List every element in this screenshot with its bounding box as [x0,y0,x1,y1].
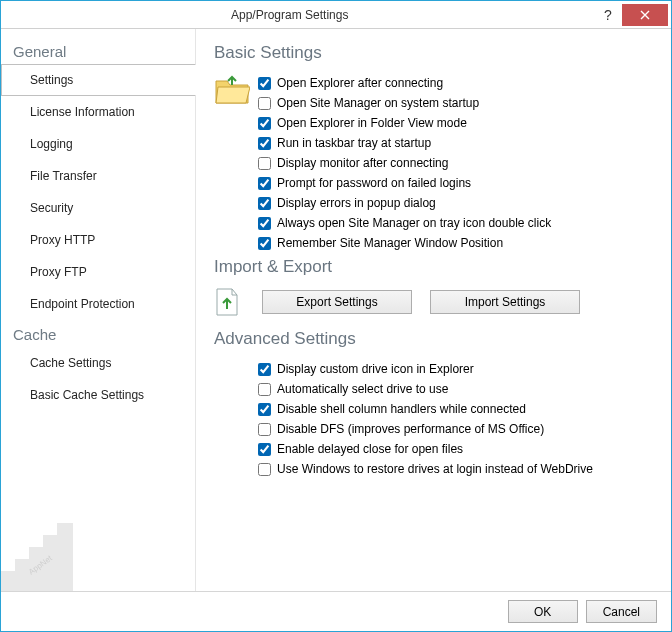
sidebar: GeneralSettingsLicense InformationLoggin… [1,29,196,591]
advanced-label: Disable shell column handlers while conn… [277,402,526,416]
basic-label: Always open Site Manager on tray icon do… [277,216,551,230]
basic-checkbox[interactable] [258,117,271,130]
basic-checklist: Open Explorer after connectingOpen Site … [258,73,655,253]
basic-item: Display monitor after connecting [258,153,655,173]
advanced-settings-title: Advanced Settings [214,329,655,349]
nav-item-proxy-ftp[interactable]: Proxy FTP [1,256,196,288]
basic-checkbox[interactable] [258,177,271,190]
advanced-item: Disable DFS (improves performance of MS … [258,419,655,439]
basic-checkbox[interactable] [258,157,271,170]
basic-label: Open Site Manager on system startup [277,96,479,110]
dialog-body: GeneralSettingsLicense InformationLoggin… [1,29,671,591]
advanced-item: Automatically select drive to use [258,379,655,399]
basic-item: Prompt for password on failed logins [258,173,655,193]
import-export-title: Import & Export [214,257,655,277]
basic-checkbox[interactable] [258,77,271,90]
settings-window: App/Program Settings ? GeneralSettingsLi… [0,0,672,632]
advanced-checkbox[interactable] [258,383,271,396]
basic-label: Prompt for password on failed logins [277,176,471,190]
export-settings-button[interactable]: Export Settings [262,290,412,314]
advanced-item: Display custom drive icon in Explorer [258,359,655,379]
advanced-checkbox[interactable] [258,403,271,416]
basic-checkbox[interactable] [258,237,271,250]
basic-item: Open Explorer after connecting [258,73,655,93]
basic-label: Open Explorer in Folder View mode [277,116,467,130]
nav-item-logging[interactable]: Logging [1,128,196,160]
nav-item-cache-settings[interactable]: Cache Settings [1,347,196,379]
basic-checkbox[interactable] [258,197,271,210]
footer: OK Cancel [1,591,671,631]
nav-item-proxy-http[interactable]: Proxy HTTP [1,224,196,256]
ok-button[interactable]: OK [508,600,578,623]
basic-item: Display errors in popup dialog [258,193,655,213]
basic-item: Remember Site Manager Window Position [258,233,655,253]
advanced-checkbox[interactable] [258,443,271,456]
nav-header: Cache [1,320,195,347]
basic-settings-title: Basic Settings [214,43,655,63]
basic-item: Always open Site Manager on tray icon do… [258,213,655,233]
nav-item-file-transfer[interactable]: File Transfer [1,160,196,192]
nav-item-settings[interactable]: Settings [1,64,196,96]
advanced-item: Enable delayed close for open files [258,439,655,459]
advanced-checkbox[interactable] [258,363,271,376]
advanced-checkbox[interactable] [258,463,271,476]
basic-checkbox[interactable] [258,217,271,230]
file-icon [214,287,244,317]
nav-item-security[interactable]: Security [1,192,196,224]
advanced-item: Disable shell column handlers while conn… [258,399,655,419]
import-settings-button[interactable]: Import Settings [430,290,580,314]
help-icon[interactable]: ? [594,7,622,23]
advanced-label: Enable delayed close for open files [277,442,463,456]
basic-label: Remember Site Manager Window Position [277,236,503,250]
advanced-label: Disable DFS (improves performance of MS … [277,422,544,436]
basic-label: Run in taskbar tray at startup [277,136,431,150]
advanced-label: Display custom drive icon in Explorer [277,362,474,376]
close-icon [640,10,650,20]
basic-item: Run in taskbar tray at startup [258,133,655,153]
nav-header: General [1,37,195,64]
nav-item-license-information[interactable]: License Information [1,96,196,128]
advanced-checklist: Display custom drive icon in ExplorerAut… [214,359,655,479]
close-button[interactable] [622,4,668,26]
basic-label: Open Explorer after connecting [277,76,443,90]
basic-checkbox[interactable] [258,137,271,150]
basic-item: Open Site Manager on system startup [258,93,655,113]
watermark-icon: AppNet [1,521,91,591]
basic-label: Display errors in popup dialog [277,196,436,210]
folder-icon [214,73,258,105]
advanced-item: Use Windows to restore drives at login i… [258,459,655,479]
content-panel: Basic Settings Open Explorer after conne… [196,29,671,591]
window-title: App/Program Settings [231,8,594,22]
titlebar: App/Program Settings ? [1,1,671,29]
basic-checkbox[interactable] [258,97,271,110]
cancel-button[interactable]: Cancel [586,600,657,623]
basic-item: Open Explorer in Folder View mode [258,113,655,133]
advanced-label: Automatically select drive to use [277,382,448,396]
basic-label: Display monitor after connecting [277,156,448,170]
nav-item-endpoint-protection[interactable]: Endpoint Protection [1,288,196,320]
advanced-checkbox[interactable] [258,423,271,436]
nav-item-basic-cache-settings[interactable]: Basic Cache Settings [1,379,196,411]
advanced-label: Use Windows to restore drives at login i… [277,462,593,476]
